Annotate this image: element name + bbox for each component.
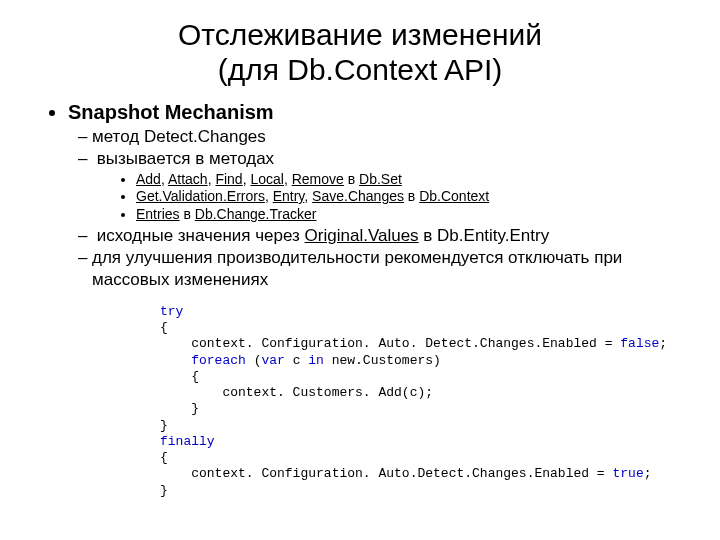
- slide-title: Отслеживание изменений (для Db.Context A…: [40, 18, 680, 87]
- link-entry[interactable]: Entry: [273, 188, 305, 204]
- code-l7: }: [160, 418, 168, 433]
- kw-foreach: foreach: [160, 353, 246, 368]
- bullet-snapshot: Snapshot Mechanism метод Detect.Changes …: [68, 101, 680, 290]
- slide: Отслеживание изменений (для Db.Context A…: [0, 0, 720, 540]
- sub-originalvalues: исходные значения через Original.Values …: [92, 225, 680, 246]
- text-in-2: в: [404, 188, 419, 204]
- code-l4: {: [160, 369, 199, 384]
- methods-dbset: Add, Attach, Find, Local, Remove в Db.Se…: [136, 171, 680, 189]
- link-add[interactable]: Add: [136, 171, 161, 187]
- code-l3d: c: [285, 353, 308, 368]
- link-savechanges[interactable]: Save.Changes: [312, 188, 404, 204]
- code-l10a: context. Configuration. Auto.Detect.Chan…: [160, 466, 612, 481]
- link-remove[interactable]: Remove: [292, 171, 344, 187]
- kw-false: false: [620, 336, 659, 351]
- kw-in: in: [308, 353, 324, 368]
- link-getvalidationerrors[interactable]: Get.Validation.Errors: [136, 188, 265, 204]
- link-dbcontext[interactable]: Db.Context: [419, 188, 489, 204]
- title-line-2: (для Db.Context API): [218, 53, 503, 86]
- methods-dbcontext: Get.Validation.Errors, Entry, Save.Chang…: [136, 188, 680, 206]
- link-dbchangetracker[interactable]: Db.Change.Tracker: [195, 206, 317, 222]
- link-originalvalues[interactable]: Original.Values: [305, 226, 419, 245]
- link-dbset[interactable]: Db.Set: [359, 171, 402, 187]
- text-in-1: в: [344, 171, 359, 187]
- methods-changetracker: Entries в Db.Change.Tracker: [136, 206, 680, 224]
- kw-var: var: [261, 353, 284, 368]
- code-l10c: ;: [644, 466, 652, 481]
- sub-ov-pre: исходные значения через: [97, 226, 305, 245]
- link-find[interactable]: Find: [215, 171, 242, 187]
- sub-called-in: вызывается в методах Add, Attach, Find, …: [92, 148, 680, 223]
- code-block: try { context. Configuration. Auto. Dete…: [160, 304, 680, 499]
- text-in-3: в: [180, 206, 195, 222]
- code-l3b: (: [246, 353, 262, 368]
- code-l5: context. Customers. Add(c);: [160, 385, 433, 400]
- bullet-list: Snapshot Mechanism метод Detect.Changes …: [50, 101, 680, 290]
- code-l9: {: [160, 450, 168, 465]
- link-local[interactable]: Local: [250, 171, 283, 187]
- kw-true: true: [612, 466, 643, 481]
- code-l2c: ;: [659, 336, 667, 351]
- sublist: метод Detect.Changes вызывается в метода…: [78, 126, 680, 290]
- bullet-snapshot-label: Snapshot Mechanism: [68, 101, 274, 123]
- sub-detectchanges: метод Detect.Changes: [92, 126, 680, 147]
- link-entries[interactable]: Entries: [136, 206, 180, 222]
- method-list: Add, Attach, Find, Local, Remove в Db.Se…: [120, 171, 680, 224]
- code-l6: }: [160, 401, 199, 416]
- code-l2a: context. Configuration. Auto. Detect.Cha…: [160, 336, 620, 351]
- kw-try: try: [160, 304, 183, 319]
- kw-finally: finally: [160, 434, 215, 449]
- sub-ov-post: в Db.Entity.Entry: [419, 226, 550, 245]
- link-attach[interactable]: Attach: [168, 171, 208, 187]
- code-l3f: new.Customers): [324, 353, 441, 368]
- title-line-1: Отслеживание изменений: [178, 18, 542, 51]
- sub-performance: для улучшения производительности рекомен…: [92, 247, 680, 290]
- code-l1: {: [160, 320, 168, 335]
- code-l11: }: [160, 483, 168, 498]
- sub-called-in-label: вызывается в методах: [97, 149, 274, 168]
